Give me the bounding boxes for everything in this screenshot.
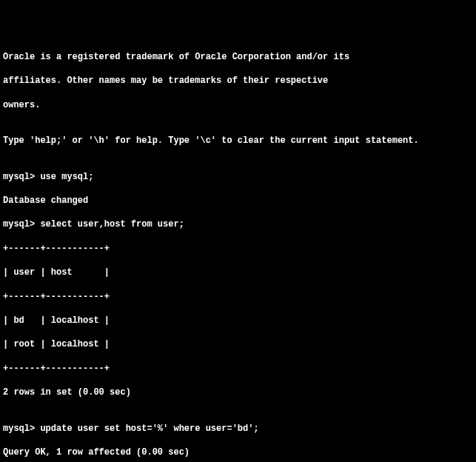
prompt: mysql> (3, 424, 35, 434)
intro-line-3: owners. (3, 99, 473, 111)
cmd-select-1: select user,host from user; (40, 219, 184, 230)
cmd-update: update user set host='%' where user='bd'… (40, 424, 258, 434)
table-border: +------+-----------+ (3, 291, 473, 303)
help-line: Type 'help;' or '\h' for help. Type '\c'… (3, 135, 473, 147)
cmd-use-db: use mysql; (40, 172, 93, 182)
resp-db-changed: Database changed (3, 195, 473, 207)
resp-query-ok: Query OK, 1 row affected (0.00 sec) (3, 446, 473, 458)
prompt-update: mysql> update user set host='%' where us… (3, 423, 473, 435)
prompt: mysql> (3, 219, 35, 230)
table-border: +------+-----------+ (3, 243, 473, 255)
intro-line-2: affiliates. Other names may be trademark… (3, 75, 473, 87)
prompt: mysql> (3, 172, 35, 182)
table-row: | root | localhost | (3, 338, 473, 350)
intro-line-1: Oracle is a registered trademark of Orac… (3, 51, 473, 63)
prompt-use-db: mysql> use mysql; (3, 171, 473, 183)
table-row: | bd | localhost | (3, 315, 473, 327)
rows-in-set: 2 rows in set (0.00 sec) (3, 386, 473, 398)
table-header: | user | host | (3, 267, 473, 278)
table-border: +------+-----------+ (3, 363, 473, 375)
prompt-select-1: mysql> select user,host from user; (3, 218, 473, 230)
